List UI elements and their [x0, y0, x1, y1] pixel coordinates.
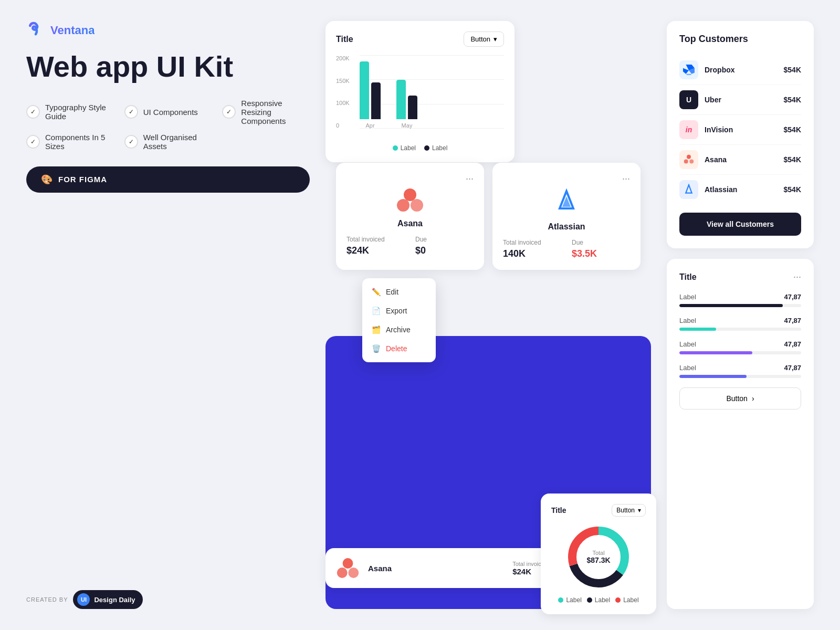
creator-avatar: UI: [77, 593, 90, 606]
feature-label-0: Typography Style Guide: [45, 103, 114, 121]
progress-bar-fill-0: [679, 304, 783, 307]
progress-row-0: Label 47,87: [679, 293, 801, 307]
atlassian-company-card: ··· Atlassian Total invoiced 140K: [492, 163, 640, 270]
bar-pair-apr: [360, 61, 381, 119]
customer-row-asana: Asana $54K: [679, 145, 801, 175]
legend-item-dark: Label: [424, 144, 447, 152]
uber-icon: U: [679, 90, 698, 109]
menu-item-export-label: Export: [386, 307, 407, 315]
feature-label-4: Well Organised Assets: [143, 133, 212, 151]
uber-name: Uber: [705, 96, 778, 104]
progress-bar-fill-3: [679, 375, 747, 378]
svg-point-5: [343, 558, 353, 569]
bars-area: Apr May: [360, 55, 504, 139]
svg-point-1: [397, 199, 410, 212]
middle-section: Title Button ▾ 200K 150K 100K 0: [326, 21, 651, 609]
progress-info-1: Label 47,87: [679, 317, 801, 324]
creator-badge: UI Design Daily: [73, 590, 142, 609]
asana-due-value: $0: [415, 245, 474, 256]
y-label-150k: 150K: [336, 78, 350, 84]
feature-label-2: Responsive Resizing Components: [241, 99, 310, 125]
asana-card-more-button[interactable]: ···: [466, 173, 474, 184]
menu-item-delete-label: Delete: [386, 344, 407, 353]
feature-item-2: ✓ Responsive Resizing Components: [222, 99, 310, 125]
asana-row-name: Asana: [705, 155, 778, 164]
progress-value-2: 47,87: [784, 340, 801, 348]
asana-total-value: $24K: [346, 245, 405, 256]
ventana-logo-icon: [26, 21, 45, 40]
atlassian-invoice-row: Total invoiced 140K Due $3.5K: [503, 239, 630, 259]
view-all-customers-button[interactable]: View all Customers: [679, 213, 801, 236]
progress-bar-bg-3: [679, 375, 801, 378]
bar-may-teal: [396, 80, 406, 119]
svg-marker-18: [686, 185, 691, 193]
donut-title: Title: [551, 506, 566, 514]
progress-panel-more-button[interactable]: ···: [793, 271, 801, 282]
features-grid: ✓ Typography Style Guide ✓ UI Components…: [26, 99, 310, 151]
progress-value-1: 47,87: [784, 317, 801, 324]
svg-marker-12: [683, 68, 689, 74]
menu-item-edit-label: Edit: [386, 288, 398, 296]
donut-center: Total $87.3K: [586, 550, 610, 564]
legend-dot-dark: [424, 145, 429, 151]
chart-area: 200K 150K 100K 0: [336, 55, 504, 139]
invision-name: InVision: [705, 125, 778, 134]
atlassian-logo: [553, 188, 580, 215]
legend-item-teal: Label: [393, 144, 416, 152]
atlassian-amount: $54K: [784, 185, 801, 194]
atlassian-total-value: 140K: [503, 248, 561, 259]
progress-bar-bg-2: [679, 351, 801, 354]
feature-item-4: ✓ Well Organised Assets: [124, 133, 212, 151]
menu-item-delete[interactable]: 🗑️ Delete: [362, 339, 436, 358]
menu-item-edit[interactable]: ✏️ Edit: [362, 282, 436, 301]
left-section: Ventana Web app UI Kit ✓ Typography Styl…: [26, 21, 310, 609]
chart-dropdown-button[interactable]: Button ▾: [464, 32, 504, 47]
progress-label-0: Label: [679, 293, 696, 301]
atlassian-due: Due $3.5K: [572, 239, 630, 259]
donut-dot-dark: [587, 597, 592, 603]
x-label-may: May: [402, 122, 413, 129]
progress-panel-title: Title: [679, 272, 697, 282]
bar-group-may: May: [396, 80, 417, 129]
progress-panel-button[interactable]: Button ›: [679, 387, 801, 410]
feature-label-3: Components In 5 Sizes: [45, 133, 114, 151]
chevron-down-icon: ▾: [494, 35, 497, 43]
progress-row-3: Label 47,87: [679, 364, 801, 378]
progress-bar-fill-1: [679, 328, 716, 331]
main-container: Ventana Web app UI Kit ✓ Typography Styl…: [0, 0, 840, 630]
atlassian-card-more-button[interactable]: ···: [622, 173, 630, 184]
top-customers-title: Top Customers: [679, 34, 801, 45]
donut-legend: Label Label Label: [551, 596, 646, 604]
created-label: CREATED BY: [26, 596, 68, 603]
progress-info-3: Label 47,87: [679, 364, 801, 372]
check-icon-0: ✓: [26, 105, 40, 119]
svg-point-6: [337, 568, 348, 578]
svg-point-16: [684, 160, 688, 164]
svg-marker-14: [686, 74, 692, 75]
menu-item-archive-label: Archive: [386, 326, 411, 334]
progress-bar-bg-1: [679, 328, 801, 331]
donut-dropdown-button[interactable]: Button ▾: [612, 504, 646, 517]
figma-button[interactable]: 🎨 FOR FIGMA: [26, 166, 310, 193]
chevron-right-icon: ›: [752, 394, 754, 403]
progress-label-1: Label: [679, 317, 696, 324]
donut-dot-teal: [558, 597, 563, 603]
asana-card-name: Asana: [346, 219, 474, 228]
atlassian-icon: [679, 180, 698, 199]
x-label-apr: Apr: [365, 122, 374, 129]
menu-item-archive[interactable]: 🗂️ Archive: [362, 320, 436, 339]
donut-legend-teal: Label: [558, 596, 581, 604]
top-customers-panel: Top Customers Dropbox $54K U: [667, 21, 814, 248]
feature-item-0: ✓ Typography Style Guide: [26, 99, 114, 125]
y-axis-labels: 200K 150K 100K 0: [336, 55, 350, 129]
svg-point-17: [689, 160, 694, 164]
atlassian-due-value: $3.5K: [572, 248, 630, 259]
menu-item-export[interactable]: 📄 Export: [362, 301, 436, 320]
figma-icon: 🎨: [41, 174, 53, 185]
feature-item-1: ✓ UI Components: [124, 99, 212, 125]
legend-label-dark: Label: [432, 144, 447, 152]
atlassian-total-invoiced: Total invoiced 140K: [503, 239, 561, 259]
chart-legend: Label Label: [336, 144, 504, 152]
chart-title: Title: [336, 35, 353, 44]
export-icon: 📄: [372, 307, 381, 315]
